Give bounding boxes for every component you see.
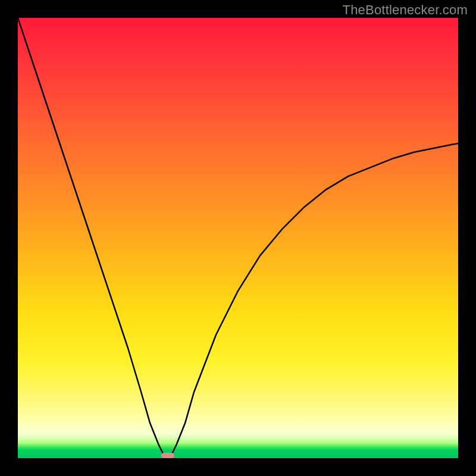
watermark-text: TheBottlenecker.com bbox=[343, 2, 468, 18]
plot-area bbox=[18, 18, 458, 458]
chart-frame: TheBottlenecker.com bbox=[0, 0, 476, 476]
bottleneck-curve bbox=[18, 18, 458, 458]
optimal-marker bbox=[161, 453, 174, 458]
